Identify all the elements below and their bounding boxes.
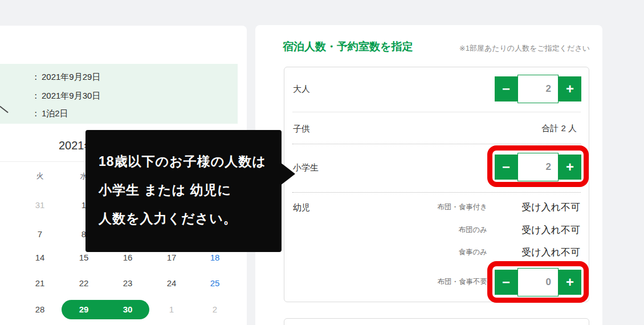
infant-option-label: 食事のみ — [458, 247, 487, 257]
booking-page: ：2021年9月29日 ：2021年9月30日 ：1泊2日 2021年9月 火水… — [0, 0, 644, 325]
infant-count-input[interactable]: 0 — [517, 268, 559, 296]
calendar-day[interactable]: 28 — [28, 304, 51, 315]
children-label: 子供 — [293, 124, 310, 135]
calendar-day[interactable]: 18 — [203, 252, 226, 263]
elementary-minus-button[interactable]: − — [495, 155, 517, 180]
infant-option-label: 布団・食事付き — [437, 202, 487, 212]
infant-minus-button[interactable]: − — [495, 270, 517, 295]
calendar-day[interactable]: 2 — [203, 304, 226, 315]
tooltip-line: 小学生 または 幼児に — [99, 176, 276, 204]
calendar-day[interactable]: 30 — [116, 304, 139, 315]
guest-count-title: 宿泊人数・予約室数を指定 — [283, 39, 413, 54]
tooltip-arrow — [280, 162, 295, 185]
checkin-date: 2021年9月29日 — [42, 72, 100, 82]
calendar-day[interactable]: 7 — [28, 229, 51, 240]
calendar-day[interactable]: 21 — [28, 278, 51, 289]
stay-length-row: ：1泊2日 — [31, 108, 68, 119]
infant-no-futon-no-meal-label: 布団・食事不要 — [438, 277, 488, 287]
tooltip-line: 人数を入力ください。 — [99, 204, 276, 233]
tooltip-line: 18歳以下のお子様の人数は — [99, 147, 276, 176]
infant-plus-button[interactable]: + — [559, 270, 581, 295]
adult-count-input[interactable]: 2 — [517, 75, 559, 103]
elementary-plus-button[interactable]: + — [559, 155, 581, 180]
elementary-label: 小学生 — [293, 162, 319, 173]
infant-label: 幼児 — [293, 202, 310, 213]
children-total: 合計 2 人 — [541, 123, 577, 134]
adult-plus-button[interactable]: + — [559, 76, 581, 101]
separator: ： — [31, 72, 42, 83]
separator: ： — [31, 108, 42, 119]
infant-option-status: 受け入れ不可 — [521, 246, 580, 259]
calendar-day[interactable]: 22 — [72, 278, 95, 289]
calendar-day[interactable]: 15 — [72, 252, 95, 263]
infant-stepper: − 0 + — [495, 268, 581, 296]
per-room-note: ※1部屋あたりの人数をご指定ください — [459, 43, 590, 54]
separator: ： — [31, 91, 42, 101]
children-hint-tooltip: 18歳以下のお子様の人数は 小学生 または 幼児に 人数を入力ください。 — [85, 130, 282, 252]
calendar-day[interactable]: 23 — [116, 278, 139, 289]
adult-label: 大人 — [293, 84, 310, 95]
infant-option-status: 受け入れ不可 — [521, 201, 580, 214]
calendar-day[interactable]: 31 — [28, 200, 51, 211]
checkout-date: 2021年9月30日 — [42, 91, 100, 100]
adult-stepper: − 2 + — [495, 75, 581, 103]
calendar-day[interactable]: 29 — [72, 304, 95, 315]
row-divider-dotted — [292, 192, 581, 193]
calendar-day[interactable]: 17 — [160, 252, 183, 263]
stay-length: 1泊2日 — [42, 108, 68, 118]
infant-option-status: 受け入れ不可 — [521, 224, 580, 237]
calendar-day[interactable]: 24 — [160, 278, 183, 289]
elementary-count-input[interactable]: 2 — [517, 153, 559, 181]
elementary-stepper: − 2 + — [495, 153, 581, 181]
adult-minus-button[interactable]: − — [495, 76, 517, 101]
calendar-day[interactable]: 25 — [203, 278, 226, 289]
calendar-day[interactable]: 16 — [116, 252, 139, 263]
checkout-date-row: ：2021年9月30日 — [31, 91, 100, 101]
calendar-day[interactable]: 14 — [28, 252, 51, 263]
infant-option-label: 布団のみ — [458, 225, 487, 235]
checkin-date-row: ：2021年9月29日 — [31, 72, 100, 83]
row-divider-dotted — [292, 144, 581, 144]
next-section-box — [284, 318, 589, 325]
row-divider — [292, 112, 581, 112]
calendar-day[interactable]: 1 — [160, 304, 183, 315]
weekday-header: 火 — [28, 171, 51, 181]
